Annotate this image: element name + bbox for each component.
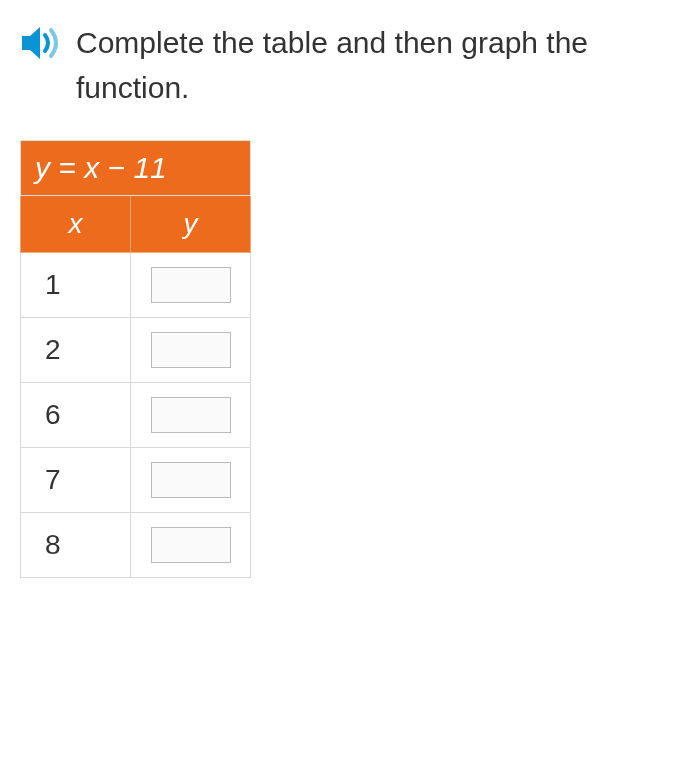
y-input[interactable] [151,267,231,303]
y-input[interactable] [151,332,231,368]
y-input[interactable] [151,462,231,498]
x-column-header: x [21,196,131,253]
x-value: 6 [21,383,131,448]
y-cell [131,318,251,383]
table-row: 1 [21,253,251,318]
speaker-icon[interactable] [20,24,64,66]
y-cell [131,513,251,578]
x-value: 7 [21,448,131,513]
x-value: 8 [21,513,131,578]
y-cell [131,448,251,513]
table-row: 6 [21,383,251,448]
y-input[interactable] [151,397,231,433]
equation-header: y = x − 11 [21,141,251,196]
y-column-header: y [131,196,251,253]
table-row: 2 [21,318,251,383]
y-cell [131,383,251,448]
table-row: 8 [21,513,251,578]
question-text: Complete the table and then graph the fu… [76,20,670,110]
x-value: 1 [21,253,131,318]
y-cell [131,253,251,318]
y-input[interactable] [151,527,231,563]
x-value: 2 [21,318,131,383]
table-row: 7 [21,448,251,513]
function-table: y = x − 11 x y 1 2 6 7 8 [20,140,251,578]
